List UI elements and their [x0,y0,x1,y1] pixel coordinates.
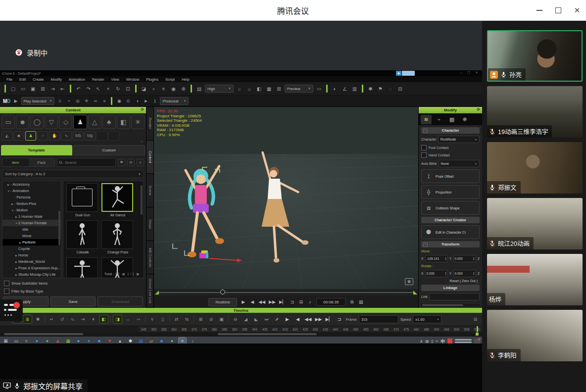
tree-item-2-human-female[interactable]: ▼2 Human Female [2,220,61,226]
participant-tile[interactable]: 皖江20动画 [487,198,583,249]
clip-view-icon[interactable]: ◨ [113,315,122,324]
taskbar-folder-icon[interactable]: ▱ [147,338,155,344]
play-selected-dropdown[interactable]: Play Selected▼ [21,97,55,105]
side-tab-md-controls[interactable]: MD Controls [146,241,153,275]
taskbar-audio-app-icon[interactable]: ♪ [189,338,196,344]
category-actor-icon[interactable]: ☻ [16,115,29,129]
fast-forward-icon[interactable]: ▶▶ [314,315,323,324]
save-file-icon[interactable]: ▣ [29,85,37,93]
subtool-slot[interactable] [108,131,119,141]
modify-edit-tab[interactable]: ⌁ [434,115,444,124]
tray-app-icon[interactable] [447,339,452,343]
participant-tile[interactable]: 李鹤阳 [487,310,583,361]
attach-icon[interactable]: ⊕ [179,85,188,93]
stretch-clip-icon[interactable]: ↔ [123,315,133,324]
layers-icon[interactable]: ≡ [159,85,168,93]
rewind-icon[interactable]: ◀◀ [303,315,313,324]
speed-dropdown[interactable]: x1.00▼ [413,315,441,323]
thumbnail-dual-gun[interactable]: Dual Gun [66,183,99,218]
taskbar-app-gray-icon[interactable]: ▲ [116,338,124,344]
visibility-icon[interactable]: ◉ [169,85,178,93]
tree-item-pose-expression-sup-[interactable]: ▶Pose & Expression-Sup... [2,265,61,271]
category-head-icon[interactable]: ◯ [30,115,44,129]
sort-dropdown[interactable]: Sort by Category : A to Z▼ [2,170,144,178]
playback-slider[interactable] [154,289,418,296]
print-icon[interactable]: ▥ [350,85,359,93]
gear-list-icon[interactable]: ✱ [33,315,43,324]
frame-field[interactable]: 315 [359,315,398,323]
frame-one-icon[interactable]: 1 [151,98,158,105]
fast-forward-icon[interactable]: ▶▶ [269,299,276,304]
rotate-icon[interactable]: ↻ [114,85,122,93]
ruler-icon[interactable]: ∠ [341,85,349,93]
menu-plugins[interactable]: Plugins [143,77,162,82]
sync-icon[interactable]: ⟳ [127,159,135,166]
photoreal-dropdown[interactable]: Photoreal▼ [160,97,189,105]
thumbnail-air-dance[interactable]: Air Dance [101,183,134,218]
meeting-float-widget[interactable] [0,299,23,321]
subtool-pose-sub[interactable]: ⑁ [37,131,48,141]
expand-clip-icon[interactable]: ⇿ [134,315,143,324]
rewind-icon[interactable]: ◀◀ [258,299,265,304]
section-character-creator[interactable]: Character Creator [421,217,480,223]
dock-icon[interactable]: ▤ [195,85,203,93]
pager-next-icon[interactable]: ▶ [137,272,140,276]
smile-icon[interactable]: ☺ [137,159,144,166]
mute-track-icon[interactable]: ▯ [158,315,167,324]
side-tab-unreal-live-link[interactable]: Unreal Live Link [146,274,153,308]
category-set-stage-icon[interactable]: ▭ [1,115,15,129]
magnifier-icon[interactable]: ◌ [386,85,394,93]
subtool-mb-badge[interactable]: Mb [73,131,84,141]
curve-key-icon[interactable]: ∿ [68,315,77,324]
reach-icon[interactable]: ✛ [83,98,90,105]
snapshot-icon[interactable]: ⧉ [349,299,355,305]
sun-icon[interactable]: ☼ [235,85,244,93]
iclone-window-controls[interactable]: – ▢ ✕ [460,71,480,75]
taskbar-app-teal-icon[interactable]: ● [168,338,176,344]
next-frame-icon[interactable]: ▶▏ [324,315,334,324]
content-panel-header[interactable]: Content⟳ [0,107,146,113]
participant-tile[interactable]: 郑振文 [487,142,583,194]
menu-view[interactable]: View [108,77,123,82]
side-tab-visual[interactable]: Visual [146,207,153,241]
subtool-hands-sub[interactable]: ✋ [49,131,60,141]
remove-frame-icon[interactable]: ⊘ [206,315,216,324]
category-particle-icon[interactable]: ✳ [131,115,145,129]
hand-contact-checkbox[interactable] [421,152,427,158]
import-file-icon[interactable]: ⇤ [58,85,67,93]
loop-range-icon[interactable]: ⊐ [335,315,344,324]
foot-contact-checkbox[interactable] [421,145,427,150]
menu-edit[interactable]: Edit [16,77,29,82]
break-clip-icon[interactable]: ▣ [217,315,226,324]
rotate-y-field[interactable]: 0.000▲▼ [453,270,476,277]
move-icon[interactable]: + [104,85,112,93]
undo-icon[interactable]: ↶ [74,85,83,93]
menu-modify[interactable]: Modify [48,77,65,82]
modify-physics-tab[interactable]: ❋ [459,115,470,124]
zoom-out-icon[interactable]: ⊖ [231,315,240,324]
taskbar-search-icon[interactable]: ○ [23,338,30,344]
timeline-scrollbar[interactable] [0,332,482,337]
category-terrain-icon[interactable]: ♣ [102,115,116,129]
collapse-icon[interactable]: ⌃ [140,141,143,145]
section-linkage[interactable]: Linkage [421,285,480,291]
taskbar-app-green-icon[interactable]: ● [44,338,51,344]
tray-battery-icon[interactable]: ▯ [431,339,433,343]
comment-icon[interactable]: ⊟ [471,315,480,324]
menu-create[interactable]: Create [29,77,48,82]
persona-icon[interactable]: ☺ [56,98,63,105]
auto-blink-dropdown[interactable]: None▼ [439,160,480,167]
filter-icon[interactable]: ⚑ [118,159,125,166]
taskbar-iclone-active-icon[interactable]: ✱ [179,338,186,344]
caption-icon[interactable]: ⊟ [298,299,304,304]
track-view-icon[interactable]: ≣ [23,315,32,324]
pin-icon[interactable]: ∘ [149,85,158,93]
section-transform[interactable]: −Transform [421,241,480,247]
taskbar-voov-icon[interactable]: ▼ [106,338,113,344]
thumbnail-change-pose[interactable]: Change Pose [101,220,134,255]
link-field[interactable] [429,293,480,300]
side-tab-render[interactable]: Render [146,107,153,141]
ime-indicator[interactable]: 中 [440,338,445,344]
maximize-button[interactable] [554,6,562,14]
playback-knob[interactable] [220,290,225,294]
